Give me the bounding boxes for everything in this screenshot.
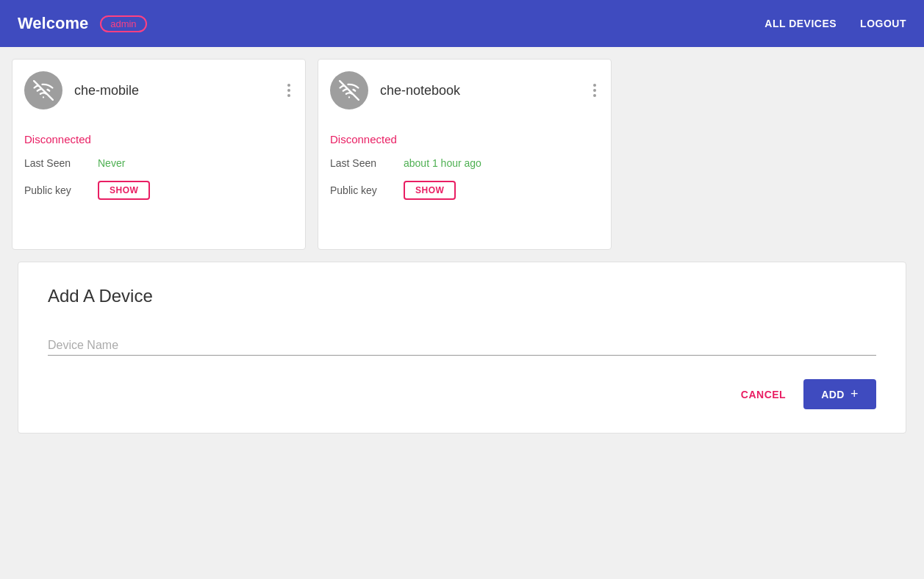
device-name-input[interactable] [48,336,876,356]
device-card-2: che-notebook Disconnected Last Seen abou… [318,59,612,250]
device-1-more-menu-icon[interactable] [284,81,293,100]
device-card-1-header: che-mobile [24,71,293,109]
device-2-public-key-row: Public key SHOW [330,181,599,200]
device-2-last-seen-label: Last Seen [330,157,404,169]
device-1-show-public-key-button[interactable]: SHOW [98,181,150,200]
add-button[interactable]: ADD + [803,379,876,409]
device-1-public-key-row: Public key SHOW [24,181,293,200]
device-2-icon [330,71,368,109]
form-actions: CANCEL ADD + [48,379,876,409]
admin-badge: admin [100,15,146,32]
device-2-name: che-notebook [380,83,460,98]
header-right: ALL DEVICES LOGOUT [764,18,906,29]
device-2-show-public-key-button[interactable]: SHOW [404,181,456,200]
device-1-name: che-mobile [74,83,139,98]
logout-link[interactable]: LOGOUT [860,18,906,29]
all-devices-link[interactable]: ALL DEVICES [764,18,837,29]
device-1-status: Disconnected [24,133,293,145]
app-header: Welcome admin ALL DEVICES LOGOUT [0,0,924,47]
device-2-public-key-label: Public key [330,184,404,196]
device-1-last-seen-row: Last Seen Never [24,157,293,169]
app-title: Welcome [18,14,88,33]
device-1-icon [24,71,62,109]
device-card-1: che-mobile Disconnected Last Seen Never … [12,59,306,250]
plus-icon: + [850,386,859,402]
device-2-last-seen-value: about 1 hour ago [404,157,481,169]
header-left: Welcome admin [18,14,147,33]
add-device-form: Add A Device CANCEL ADD + [18,262,906,434]
device-card-2-header: che-notebook [330,71,599,109]
device-2-last-seen-row: Last Seen about 1 hour ago [330,157,599,169]
devices-row: che-mobile Disconnected Last Seen Never … [12,59,912,250]
main-content: che-mobile Disconnected Last Seen Never … [0,47,924,445]
add-device-title: Add A Device [48,286,876,306]
device-1-public-key-label: Public key [24,184,98,196]
device-2-status: Disconnected [330,133,599,145]
device-card-1-header-left: che-mobile [24,71,139,109]
device-card-2-header-left: che-notebook [330,71,460,109]
device-1-last-seen-value: Never [98,157,125,169]
add-button-label: ADD [821,389,845,400]
cancel-button[interactable]: CANCEL [741,389,786,400]
device-1-last-seen-label: Last Seen [24,157,98,169]
device-2-more-menu-icon[interactable] [590,81,599,100]
